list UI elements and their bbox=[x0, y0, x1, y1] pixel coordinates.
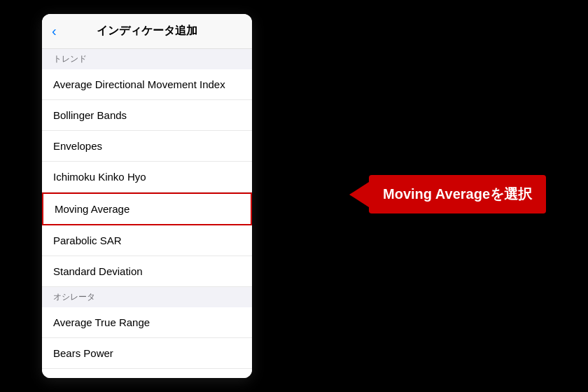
arrow-left-icon bbox=[349, 182, 369, 207]
list-item-atr[interactable]: Average True Range bbox=[42, 307, 252, 338]
callout-inner: Moving Averageを選択 bbox=[349, 175, 546, 214]
section-header-oscillator_section: オシレータ bbox=[42, 287, 252, 307]
panel-header: ‹ インディケータ追加 bbox=[42, 14, 252, 49]
list-item-ikh[interactable]: Ichimoku Kinko Hyo bbox=[42, 162, 252, 192]
panel-content[interactable]: トレンドAverage Directional Movement IndexBo… bbox=[42, 49, 252, 378]
callout-label: Moving Averageを選択 bbox=[369, 175, 546, 214]
list-item-bup[interactable]: Bulls Power bbox=[42, 369, 252, 378]
back-icon[interactable]: ‹ bbox=[52, 23, 57, 39]
list-item-admi[interactable]: Average Directional Movement Index bbox=[42, 69, 252, 100]
callout: Moving Averageを選択 bbox=[349, 175, 546, 214]
scene: ‹ インディケータ追加 トレンドAverage Directional Move… bbox=[0, 0, 588, 392]
list-item-bb[interactable]: Bollinger Bands bbox=[42, 100, 252, 131]
list-item-psar[interactable]: Parabolic SAR bbox=[42, 225, 252, 256]
list-item-env[interactable]: Envelopes bbox=[42, 131, 252, 162]
indicator-panel: ‹ インディケータ追加 トレンドAverage Directional Move… bbox=[42, 14, 252, 378]
list-item-ma[interactable]: Moving Average bbox=[42, 192, 252, 225]
section-header-trend_section: トレンド bbox=[42, 49, 252, 69]
list-item-bp[interactable]: Bears Power bbox=[42, 338, 252, 369]
panel-title: インディケータ追加 bbox=[97, 24, 197, 38]
list-item-sd[interactable]: Standard Deviation bbox=[42, 256, 252, 287]
